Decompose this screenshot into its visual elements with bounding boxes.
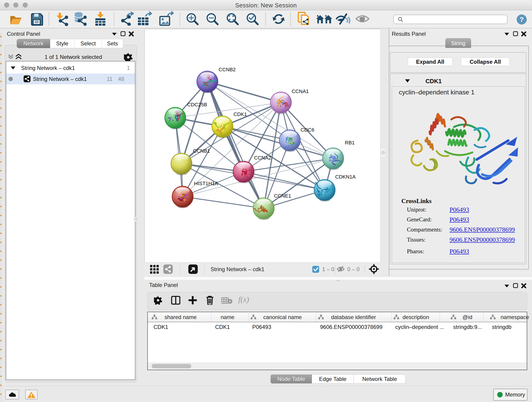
- svg-text:HIST1H1A: HIST1H1A: [194, 181, 218, 186]
- svg-text:CDC6: CDC6: [301, 127, 314, 133]
- svg-text:CCNA2: CCNA2: [254, 155, 271, 161]
- svg-text:?: ?: [520, 16, 524, 23]
- svg-text:RB1: RB1: [345, 140, 355, 146]
- svg-text:CCNB1: CCNB1: [193, 148, 210, 154]
- svg-text:CDKN1A: CDKN1A: [335, 174, 356, 180]
- svg-text:CCNE1: CCNE1: [274, 193, 291, 199]
- svg-text:CCNB2: CCNB2: [219, 67, 236, 72]
- svg-text:CCNA1: CCNA1: [292, 89, 309, 94]
- svg-text:CDK1: CDK1: [234, 111, 247, 117]
- svg-text:CDC25B: CDC25B: [187, 102, 207, 108]
